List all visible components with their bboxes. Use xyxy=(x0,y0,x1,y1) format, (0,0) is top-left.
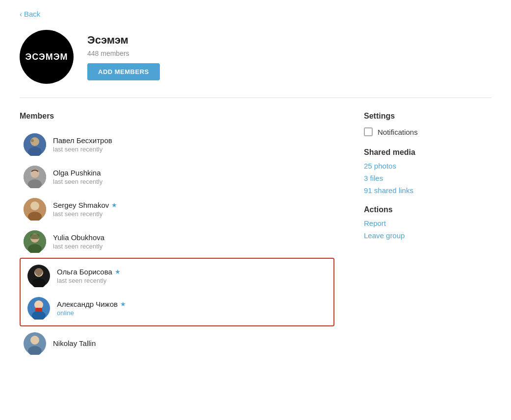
group-members-count: 448 members xyxy=(87,49,160,57)
shared-media-title: Shared media xyxy=(364,148,491,157)
member-status-olga-p: last seen recently xyxy=(53,178,102,185)
member-status-sergey: last seen recently xyxy=(53,210,117,218)
avatar-sergey xyxy=(24,198,46,221)
avatar-yulia xyxy=(24,230,46,253)
back-chevron-icon: ‹ xyxy=(20,10,22,18)
group-avatar-text: ЭСЭМЭМ xyxy=(25,52,68,62)
highlighted-members-group: Ольга Борисова ★ last seen recently xyxy=(20,258,334,326)
member-item-yulia[interactable]: Yulia Obukhova last seen recently xyxy=(20,225,334,258)
add-members-button[interactable]: ADD MEMBERS xyxy=(87,63,160,80)
member-item-olga-b[interactable]: Ольга Борисова ★ last seen recently xyxy=(24,260,331,292)
settings-title: Settings xyxy=(364,112,491,121)
sidebar-section: Settings Notifications Shared media 25 p… xyxy=(354,112,491,360)
back-button[interactable]: ‹ Back xyxy=(20,10,40,18)
member-name-nikolay: Nikolay Tallin xyxy=(53,339,96,347)
member-info-pavel: Павел Бесхитров last seen recently xyxy=(53,136,112,153)
member-name-pavel: Павел Бесхитров xyxy=(53,136,112,145)
photos-link[interactable]: 25 photos xyxy=(364,162,491,170)
header-divider xyxy=(20,98,491,98)
avatar-nikolay xyxy=(24,332,46,355)
member-status-alexander: online xyxy=(57,309,126,317)
member-item-pavel[interactable]: Павел Бесхитров last seen recently xyxy=(20,128,334,161)
profile-header: ЭСЭМЭМ Эсэмэм 448 members ADD MEMBERS xyxy=(20,30,491,84)
back-label: Back xyxy=(24,10,40,18)
member-name-olga-b: Ольга Борисова ★ xyxy=(57,268,121,276)
notifications-label: Notifications xyxy=(378,128,418,136)
member-info-yulia: Yulia Obukhova last seen recently xyxy=(53,233,104,250)
star-icon-alexander: ★ xyxy=(120,300,126,308)
star-icon-olga-b: ★ xyxy=(115,268,121,275)
notifications-checkbox[interactable] xyxy=(364,127,373,136)
member-info-olga-b: Ольга Борисова ★ last seen recently xyxy=(57,268,121,284)
member-info-nikolay: Nikolay Tallin xyxy=(53,339,96,348)
notifications-row: Notifications xyxy=(364,127,491,136)
member-info-olga-p: Olga Pushkina last seen recently xyxy=(53,169,102,185)
member-info-sergey: Sergey Shmakov ★ last seen recently xyxy=(53,201,117,218)
svg-point-22 xyxy=(30,336,39,345)
member-name-yulia: Yulia Obukhova xyxy=(53,233,104,242)
member-item-olga-p[interactable]: Olga Pushkina last seen recently xyxy=(20,161,334,193)
svg-point-3 xyxy=(31,139,34,142)
avatar-olga-p xyxy=(24,166,46,188)
member-name-alexander: Александр Чижов ★ xyxy=(57,300,126,308)
members-section: Members Павел Бесхитров xyxy=(20,112,354,360)
shared-links-link[interactable]: 91 shared links xyxy=(364,186,491,195)
member-info-alexander: Александр Чижов ★ online xyxy=(57,300,126,317)
avatar-pavel xyxy=(24,133,46,156)
star-icon-sergey: ★ xyxy=(111,201,117,209)
group-avatar: ЭСЭМЭМ xyxy=(20,30,74,84)
member-item-nikolay[interactable]: Nikolay Tallin xyxy=(20,327,334,360)
member-name-olga-p: Olga Pushkina xyxy=(53,169,102,177)
actions-title: Actions xyxy=(364,205,491,214)
files-link[interactable]: 3 files xyxy=(364,174,491,182)
svg-rect-13 xyxy=(30,234,39,239)
members-title: Members xyxy=(20,112,334,121)
member-name-sergey: Sergey Shmakov ★ xyxy=(53,201,117,209)
avatar-olga-b xyxy=(27,265,50,287)
svg-rect-20 xyxy=(35,308,42,312)
member-list: Павел Бесхитров last seen recently xyxy=(20,128,334,360)
group-name: Эсэмэм xyxy=(87,34,160,47)
avatar-alexander xyxy=(27,297,50,320)
leave-group-link[interactable]: Leave group xyxy=(364,231,491,240)
group-info: Эсэмэм 448 members ADD MEMBERS xyxy=(87,34,160,80)
member-status-yulia: last seen recently xyxy=(53,243,104,250)
member-status-olga-b: last seen recently xyxy=(57,277,121,284)
member-item-sergey[interactable]: Sergey Shmakov ★ last seen recently xyxy=(20,193,334,225)
svg-point-8 xyxy=(30,201,39,210)
page-container: ‹ Back ЭСЭМЭМ Эсэмэм 448 members ADD MEM… xyxy=(0,0,511,420)
member-item-alexander[interactable]: Александр Чижов ★ online xyxy=(24,292,331,324)
member-status-pavel: last seen recently xyxy=(53,146,112,153)
report-link[interactable]: Report xyxy=(364,219,491,227)
main-content: Members Павел Бесхитров xyxy=(20,112,491,360)
